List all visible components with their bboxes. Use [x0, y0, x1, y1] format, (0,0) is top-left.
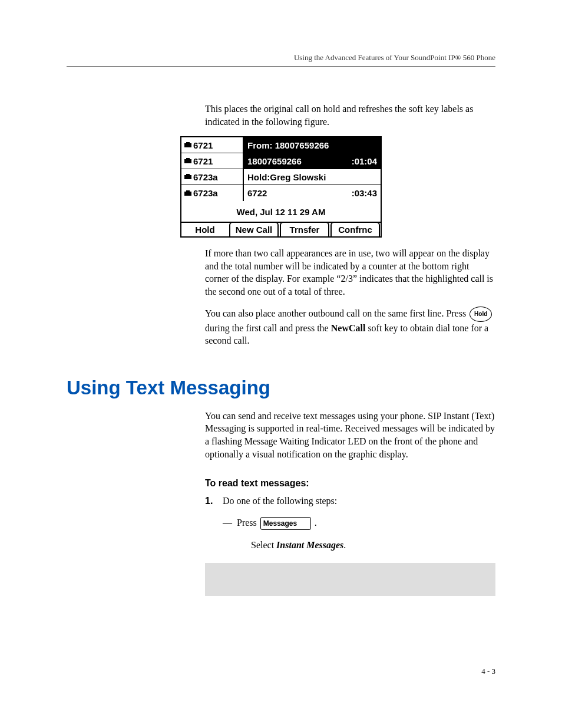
- messages-key-icon: Messages: [260, 517, 311, 530]
- header-rule: [67, 66, 495, 67]
- softkey-confrnc: Confrnc: [330, 222, 380, 236]
- call-info-3: Hold:Greg Slowski: [244, 169, 381, 185]
- paragraph-messaging-intro: You can send and receive text messages u…: [205, 410, 495, 460]
- running-header-text: Using the Advanced Features of Your Soun…: [294, 53, 495, 62]
- page-number: 4 - 3: [67, 667, 495, 676]
- procedure-heading: To read text messages:: [205, 478, 495, 489]
- substep-press-messages: Press Messages . Select Instant Messages…: [237, 516, 495, 552]
- softkey-newcall: New Call: [229, 222, 279, 236]
- softkey-hold: Hold: [181, 223, 229, 236]
- line-ext-3: 6723a: [181, 169, 244, 185]
- hold-key-icon: Hold: [470, 307, 492, 322]
- phone-hold-icon: [184, 173, 192, 180]
- phone-datetime: Wed, Jul 12 11 29 AM: [181, 201, 381, 222]
- section-heading-text-messaging: Using Text Messaging: [67, 377, 495, 399]
- note-block: [205, 563, 495, 596]
- phone-hold-icon: [184, 190, 192, 197]
- line-ext-4: 6723a: [181, 185, 244, 201]
- line-ext-2: 6721: [181, 153, 244, 169]
- substep-select-im: Select Instant Messages.: [251, 538, 495, 552]
- line-ext-1: 6721: [181, 137, 244, 153]
- paragraph-hold-newcall: You can also place another outbound call…: [205, 307, 495, 347]
- call-info-1: From: 18007659266: [244, 137, 381, 153]
- call-info-2: 18007659266 :01:04: [244, 153, 381, 169]
- softkey-trnsfer: Trnsfer: [280, 222, 329, 236]
- paragraph-counter: If more than two call appearances are in…: [205, 247, 495, 298]
- phone-icon: [184, 157, 192, 164]
- paragraph-intro: This places the original call on hold an…: [205, 103, 495, 128]
- softkey-row: Hold New Call Trnsfer Confrnc: [181, 222, 381, 236]
- step-1: Do one of the following steps: Press Mes…: [205, 496, 495, 552]
- phone-icon: [184, 141, 192, 149]
- phone-screen-figure: 6721 From: 18007659266 6721 18007659266 …: [180, 136, 382, 238]
- call-info-4: 6722 :03:43: [244, 185, 381, 201]
